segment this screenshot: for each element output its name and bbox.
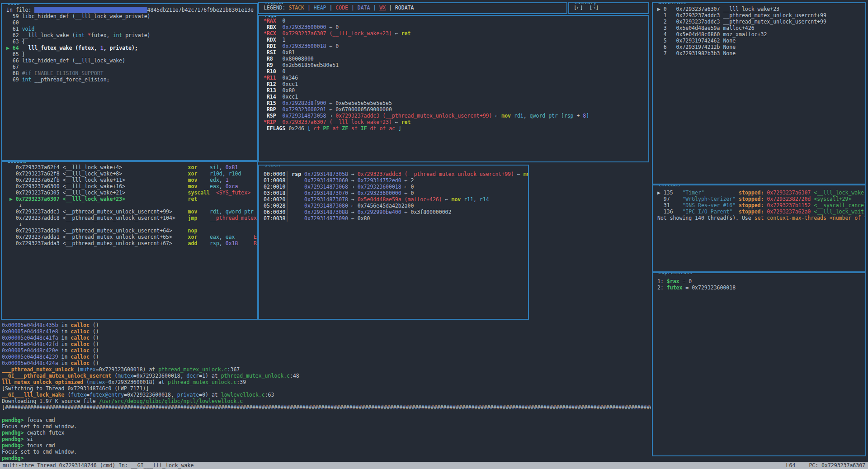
threads-listing: ▶ 135 "Timer" stopped: 0x7293237a6307 <_… [653,185,865,221]
watch-expressions: 1: $rax = 02: futex = 0x729323600018 [653,273,865,291]
source-code-listing: In file: 4845db211e7b42c7176f9be21b8301e… [2,4,257,83]
registers-panel: regs *RAX 0 RBX 0x729323600000 ← 0*RCX 0… [258,15,649,162]
code-panel: code In file: 4845db211e7b42c7176f9be21b… [1,3,258,161]
backtrace-panel-title: backtrace [656,2,688,5]
command-output[interactable]: 0x00005e04d48c435b in calloc ()0x00005e0… [2,322,651,461]
backtrace-panel: backtrace ▶ 0 0x7293237a6307 __lll_lock_… [652,2,866,185]
expressions-panel: expressions 1: $rax = 02: futex = 0x7293… [652,272,866,456]
stack-panel: stack 00:0000│ rsp 0x729314873058 → 0x72… [258,165,529,320]
threads-panel-title: threads [656,185,682,188]
history-panel: history [←] [→] [568,2,649,14]
registers-panel-title: regs [263,15,279,18]
status-bar-right: L64PC: 0x7293237a6307 [773,462,865,469]
history-panel-title: history [573,2,598,5]
disasm-panel-title: disasm [5,161,28,164]
code-panel-title: code [5,3,22,6]
legend-items: LEGEND: STACK | HEAP | CODE | DATA | WX … [259,3,566,11]
status-pc-value: PC: 0x7293237a6307 [809,462,865,469]
stack-panel-title: stack [263,165,282,168]
legend-panel-title: legend [263,2,285,5]
disassembly-listing: 0x7293237a62f4 <__lll_lock_wake+4> xor s… [2,162,257,246]
status-line-number: L64 [786,462,796,469]
backtrace-frames: ▶ 0 0x7293237a6307 __lll_lock_wake+23 1 … [653,3,865,57]
disasm-panel: disasm 0x7293237a62f4 <__lll_lock_wake+4… [1,161,258,320]
status-bar-context: multi-thre Thread 0x7293148746 (cmd) In:… [3,462,193,469]
threads-panel: threads ▶ 135 "Timer" stopped: 0x7293237… [652,185,866,272]
status-bar: multi-thre Thread 0x7293148746 (cmd) In:… [0,462,868,469]
legend-panel: legend LEGEND: STACK | HEAP | CODE | DAT… [258,2,567,14]
stack-listing: 00:0000│ rsp 0x729314873058 → 0x7293237a… [259,166,528,222]
registers-listing: *RAX 0 RBX 0x729323600000 ← 0*RCX 0x7293… [259,16,648,132]
expressions-panel-title: expressions [656,272,694,275]
